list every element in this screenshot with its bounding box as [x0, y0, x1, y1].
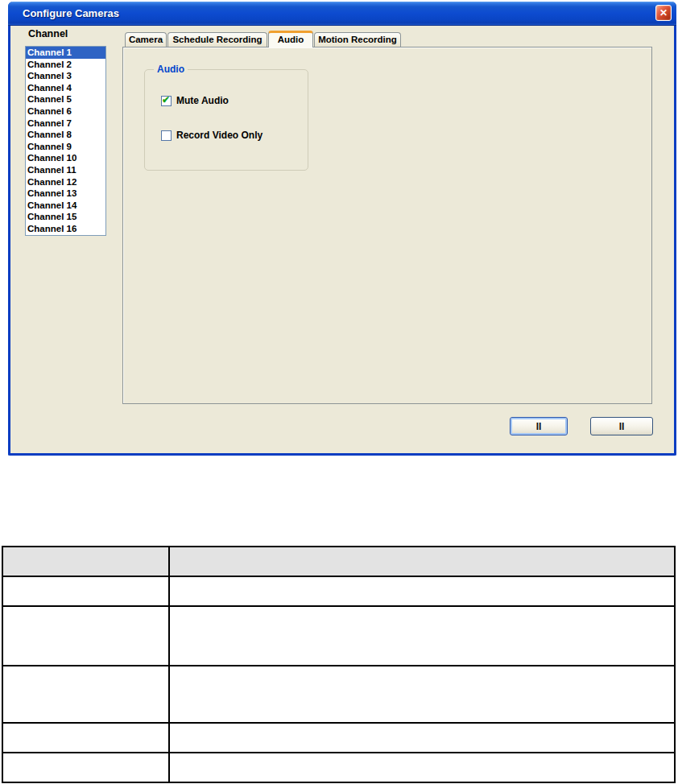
channel-list: Channel 1 Channel 2 Channel 3 Channel 4 … [25, 46, 106, 236]
table-header-row [2, 547, 675, 576]
record-video-only-checkbox[interactable] [161, 130, 172, 141]
channel-list-item[interactable]: Channel 14 [26, 200, 105, 212]
audio-groupbox: Audio ✔ Mute Audio Record Video Only [144, 69, 308, 171]
ok-button[interactable]: II [510, 417, 568, 435]
channel-list-item[interactable]: Channel 8 [26, 129, 105, 141]
checkmark-icon: ✔ [162, 95, 170, 105]
record-video-only-option[interactable]: Record Video Only [161, 130, 263, 141]
close-button[interactable]: ✕ [655, 5, 672, 21]
tab-camera[interactable]: Camera [125, 32, 167, 47]
channel-list-item[interactable]: Channel 12 [26, 176, 105, 188]
audio-tab-panel: Audio ✔ Mute Audio Record Video Only [122, 47, 652, 404]
record-video-only-label: Record Video Only [176, 130, 263, 141]
table-cell [169, 723, 675, 753]
table-cell [2, 606, 169, 666]
table-cell [2, 753, 169, 782]
channel-list-item[interactable]: Channel 16 [26, 223, 105, 235]
cancel-button[interactable]: II [590, 417, 653, 435]
info-table [2, 546, 676, 783]
table-cell [2, 576, 169, 606]
table-cell [169, 666, 675, 723]
table-row [2, 666, 675, 723]
dialog-title: Configure Cameras [23, 7, 119, 19]
dialog-titlebar[interactable]: Configure Cameras ✕ [8, 2, 676, 26]
channel-list-item[interactable]: Channel 15 [26, 211, 105, 223]
channel-list-item[interactable]: Channel 13 [26, 188, 105, 200]
mute-audio-label: Mute Audio [176, 95, 229, 106]
channel-list-item[interactable]: Channel 2 [26, 59, 105, 71]
channel-list-item[interactable]: Channel 3 [26, 70, 105, 82]
channel-list-item[interactable]: Channel 4 [26, 82, 105, 94]
channel-list-item[interactable]: Channel 1 [26, 47, 105, 59]
channel-list-item[interactable]: Channel 7 [26, 118, 105, 130]
page: Configure Cameras ✕ Channel Channel 1 Ch… [0, 0, 678, 784]
table-cell [169, 576, 675, 606]
channel-list-item[interactable]: Channel 9 [26, 141, 105, 153]
tab-motion-recording[interactable]: Motion Recording [314, 32, 401, 47]
channel-list-item[interactable]: Channel 6 [26, 105, 105, 118]
table-row [2, 576, 675, 606]
table-row [2, 723, 675, 753]
table-header-cell [169, 547, 675, 576]
channel-list-item[interactable]: Channel 5 [26, 93, 105, 105]
table-row [2, 606, 675, 666]
audio-groupbox-title: Audio [154, 64, 188, 75]
channel-label: Channel [28, 28, 68, 39]
table-row [2, 753, 675, 782]
mute-audio-checkbox[interactable]: ✔ [161, 96, 172, 106]
tab-schedule-recording[interactable]: Schedule Recording [167, 32, 267, 47]
channel-list-item[interactable]: Channel 10 [26, 152, 105, 164]
channel-list-item[interactable]: Channel 11 [26, 164, 105, 176]
table-header-cell [2, 547, 169, 576]
mute-audio-option[interactable]: ✔ Mute Audio [161, 95, 229, 106]
configure-cameras-dialog: Configure Cameras ✕ Channel Channel 1 Ch… [8, 2, 676, 456]
table-cell [2, 666, 169, 723]
table-cell [169, 753, 675, 782]
table-cell [2, 723, 169, 753]
tab-audio[interactable]: Audio [268, 31, 313, 47]
table-cell [169, 606, 675, 666]
close-icon: ✕ [659, 7, 668, 19]
